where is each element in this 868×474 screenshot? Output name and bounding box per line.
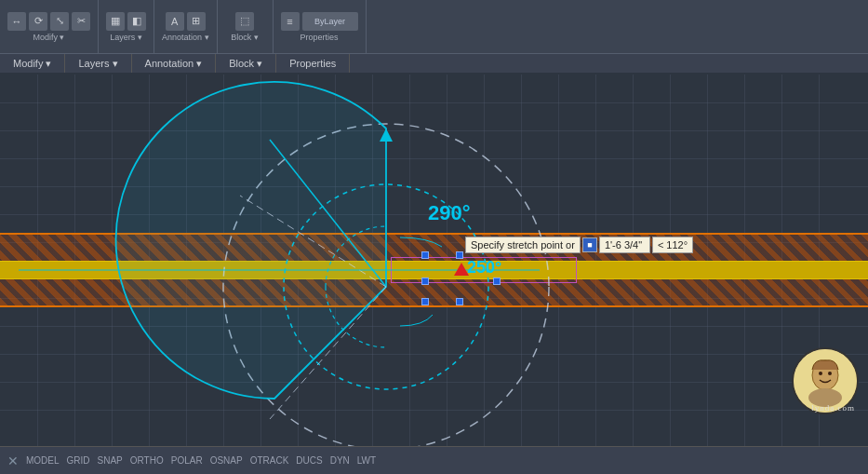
svg-point-10 bbox=[828, 372, 832, 375]
properties-icon[interactable]: ≡ bbox=[281, 12, 300, 31]
bylayer-icon[interactable]: ByLayer bbox=[302, 12, 358, 31]
layer-icon[interactable]: ▦ bbox=[106, 12, 125, 31]
toolbar: ↔ ⟳ ⤡ ✂ Modify ▾ ▦ ◧ Layers ▾ A ⊞ Annota… bbox=[0, 0, 868, 54]
angle-290-label: 290° bbox=[428, 201, 471, 225]
status-lwt[interactable]: LWT bbox=[357, 455, 376, 466]
tab-properties[interactable]: Properties bbox=[276, 54, 350, 73]
distance-input[interactable]: 1'-6 3/4" bbox=[599, 237, 650, 253]
status-polar[interactable]: POLAR bbox=[171, 455, 203, 466]
tab-modify[interactable]: Modify ▾ bbox=[0, 54, 65, 73]
red-marker bbox=[454, 263, 469, 276]
grip-handle[interactable] bbox=[421, 278, 429, 285]
move-icon[interactable]: ↔ bbox=[7, 12, 26, 31]
canvas-area: 290° 250° Specify stretch point or ■ 1'-… bbox=[0, 74, 868, 446]
command-prompt-text: Specify stretch point or bbox=[465, 237, 581, 253]
scale-icon[interactable]: ⤡ bbox=[50, 12, 69, 31]
properties-label: Properties bbox=[300, 33, 339, 42]
grip-handle[interactable] bbox=[421, 298, 429, 305]
status-ortho[interactable]: ORTHO bbox=[130, 455, 164, 466]
toolbar-group-annotation: A ⊞ Annotation ▾ bbox=[154, 0, 218, 53]
close-icon[interactable]: ✕ bbox=[7, 454, 19, 468]
tab-layers[interactable]: Layers ▾ bbox=[65, 54, 131, 73]
trim-icon[interactable]: ✂ bbox=[72, 12, 90, 31]
toolbar-group-modify: ↔ ⟳ ⤡ ✂ Modify ▾ bbox=[0, 0, 99, 53]
status-model[interactable]: MODEL bbox=[26, 455, 60, 466]
rotate-icon[interactable]: ⟳ bbox=[29, 12, 47, 31]
modify-label: Modify ▾ bbox=[33, 33, 64, 42]
status-grid[interactable]: GRID bbox=[67, 455, 90, 466]
toolbar-group-layers: ▦ ◧ Layers ▾ bbox=[99, 0, 154, 53]
grip-handle[interactable] bbox=[493, 278, 501, 285]
grip-handle[interactable] bbox=[456, 251, 463, 259]
svg-point-9 bbox=[819, 372, 822, 375]
layer2-icon[interactable]: ◧ bbox=[127, 12, 146, 31]
status-otrack[interactable]: OTRACK bbox=[250, 455, 289, 466]
insert-icon[interactable]: ⬚ bbox=[235, 12, 254, 31]
status-dyn[interactable]: DYN bbox=[330, 455, 350, 466]
layers-label: Layers ▾ bbox=[110, 33, 142, 42]
grip-handle[interactable] bbox=[421, 251, 429, 259]
status-osnap[interactable]: OSNAP bbox=[210, 455, 243, 466]
tooltip-icon[interactable]: ■ bbox=[582, 237, 597, 252]
grip-handle[interactable] bbox=[456, 298, 463, 305]
angle-250-label: 250° bbox=[467, 258, 501, 278]
toolbar-group-block: ⬚ Block ▾ bbox=[218, 0, 274, 53]
tooltip-bar: Specify stretch point or ■ 1'-6 3/4" < 1… bbox=[465, 237, 693, 253]
toolbar-group-properties: ≡ ByLayer Properties bbox=[274, 0, 367, 53]
status-bar: ✕ MODEL GRID SNAP ORTHO POLAR OSNAP OTRA… bbox=[0, 446, 868, 474]
table-icon[interactable]: ⊞ bbox=[187, 12, 206, 31]
annotation-label: Annotation ▾ bbox=[162, 33, 209, 42]
multiline-icon[interactable]: A bbox=[166, 12, 184, 31]
lynda-url: lynda.com bbox=[811, 403, 855, 413]
status-ducs[interactable]: DUCS bbox=[296, 455, 322, 466]
tab-annotation[interactable]: Annotation ▾ bbox=[132, 54, 217, 73]
block-label: Block ▾ bbox=[231, 33, 259, 42]
ribbon-bar: Modify ▾ Layers ▾ Annotation ▾ Block ▾ P… bbox=[0, 54, 868, 74]
tab-block[interactable]: Block ▾ bbox=[216, 54, 276, 73]
angle-input[interactable]: < 112° bbox=[652, 237, 693, 253]
status-snap[interactable]: SNAP bbox=[98, 455, 123, 466]
